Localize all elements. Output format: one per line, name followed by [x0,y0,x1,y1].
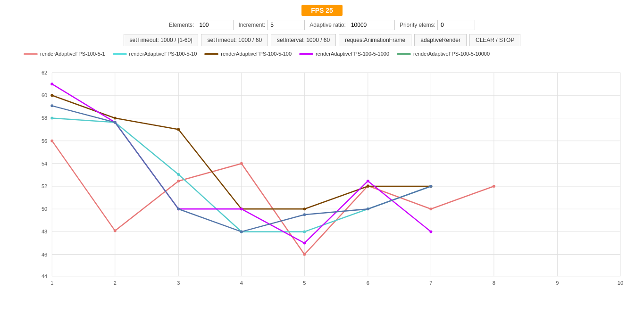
chart-legend: renderAdaptiveFPS-100-5-1 renderAdaptive… [0,49,644,58]
svg-point-56 [114,116,117,119]
svg-point-65 [240,207,243,210]
svg-text:10: 10 [618,280,623,286]
increment-label: Increment: [238,22,265,28]
svg-point-59 [303,207,306,210]
svg-text:50: 50 [42,206,47,212]
legend-label-5: renderAdaptiveFPS-100-5-10000 [413,51,490,57]
svg-text:62: 62 [42,70,47,75]
svg-point-42 [177,180,180,182]
svg-point-41 [114,229,117,232]
svg-point-68 [429,230,432,233]
legend-color-5 [397,53,411,55]
priority-elems-label: Priority elems: [400,22,435,28]
legend-label-1: renderAdaptiveFPS-100-5-1 [40,51,105,57]
svg-text:1: 1 [50,280,53,286]
legend-label-2: renderAdaptiveFPS-100-5-10 [129,51,197,57]
svg-text:44: 44 [42,273,47,279]
legend-label-4: renderAdaptiveFPS-100-5-1000 [316,51,389,57]
svg-point-74 [367,207,369,210]
priority-elems-input[interactable] [437,20,475,30]
svg-text:5: 5 [303,280,306,286]
adaptive-ratio-label: Adaptive ratio: [309,22,346,28]
svg-point-60 [367,185,369,188]
raf-button[interactable]: requestAnimationFrame [339,34,411,46]
svg-text:52: 52 [42,183,47,189]
set-timeout-range-button[interactable]: setTimeout: 1000 / [1-60] [124,34,199,46]
svg-point-67 [367,180,369,182]
svg-text:46: 46 [42,252,47,257]
set-interval-button[interactable]: setInterval: 1000 / 60 [271,34,336,46]
chart-container: .grid-line { stroke: #e0e0e0; stroke-wid… [24,63,630,290]
chart-svg: .grid-line { stroke: #e0e0e0; stroke-wid… [24,63,630,290]
svg-text:56: 56 [42,138,47,144]
svg-point-72 [240,230,243,233]
legend-color-3 [204,53,218,55]
elements-label: Elements: [169,22,194,28]
svg-text:9: 9 [556,280,559,286]
svg-point-40 [50,140,53,142]
svg-point-47 [493,185,495,188]
legend-item-5: renderAdaptiveFPS-100-5-10000 [397,51,490,57]
svg-text:58: 58 [42,115,47,121]
svg-text:54: 54 [42,161,47,166]
svg-point-57 [177,128,180,131]
svg-text:2: 2 [114,280,117,286]
svg-point-46 [429,207,432,210]
adaptive-ratio-input[interactable] [348,20,395,30]
svg-point-52 [303,230,306,233]
svg-point-69 [50,104,53,107]
chart-series-1 [52,141,494,255]
clear-stop-button[interactable]: CLEAR / STOP [469,34,520,46]
adaptive-render-button[interactable]: adaptiveRender [414,34,467,46]
increment-input[interactable] [267,20,305,30]
svg-point-73 [303,213,306,216]
svg-point-70 [114,121,117,124]
svg-text:3: 3 [177,280,180,286]
svg-point-71 [177,207,180,210]
legend-item-3: renderAdaptiveFPS-100-5-100 [204,51,292,57]
svg-point-66 [303,241,306,244]
svg-point-55 [50,94,53,97]
svg-text:6: 6 [367,280,369,286]
legend-color-4 [299,53,313,55]
svg-point-75 [429,185,432,188]
svg-point-44 [303,253,306,256]
svg-text:7: 7 [429,280,432,286]
svg-point-43 [240,162,243,165]
svg-text:60: 60 [42,92,47,98]
svg-text:8: 8 [493,280,495,286]
legend-item-4: renderAdaptiveFPS-100-5-1000 [299,51,389,57]
svg-point-62 [50,83,53,85]
legend-color-2 [113,53,127,55]
fps-badge: FPS 25 [301,5,343,16]
legend-color-1 [24,53,38,55]
elements-input[interactable] [196,20,234,30]
legend-label-3: renderAdaptiveFPS-100-5-100 [221,51,292,57]
svg-point-50 [177,173,180,176]
legend-item-2: renderAdaptiveFPS-100-5-10 [113,51,197,57]
svg-point-48 [50,116,53,119]
svg-text:48: 48 [42,229,47,234]
svg-text:4: 4 [240,280,243,286]
legend-item-1: renderAdaptiveFPS-100-5-1 [24,51,105,57]
set-timeout-fixed-button[interactable]: setTimeout: 1000 / 60 [201,34,268,46]
